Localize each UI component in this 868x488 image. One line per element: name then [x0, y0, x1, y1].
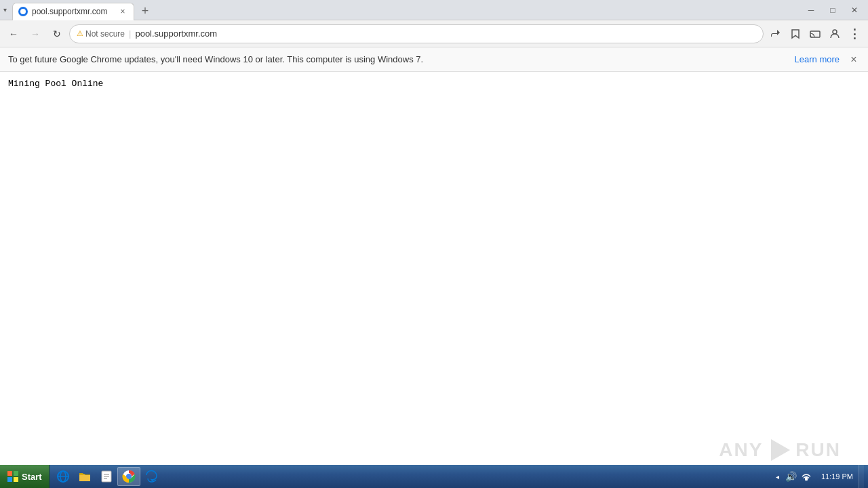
svg-point-1: [833, 30, 837, 34]
profile-button[interactable]: [825, 24, 844, 43]
tab-close-button[interactable]: ×: [117, 6, 128, 17]
active-tab[interactable]: pool.supportxmr.com ×: [12, 3, 134, 20]
notification-arrow[interactable]: ◂: [774, 473, 781, 481]
svg-rect-16: [805, 477, 808, 481]
minimize-button[interactable]: ─: [800, 3, 822, 17]
watermark-text-any: ANY: [719, 439, 763, 461]
new-tab-button[interactable]: +: [136, 3, 155, 20]
taskbar-left: Start: [0, 465, 162, 488]
show-desktop-button[interactable]: [859, 465, 864, 488]
forward-button[interactable]: →: [26, 24, 45, 43]
address-divider: |: [129, 28, 131, 39]
svg-rect-0: [810, 31, 820, 37]
taskbar-item-ie[interactable]: [52, 467, 74, 486]
close-button[interactable]: ✕: [844, 3, 865, 17]
maximize-button[interactable]: □: [822, 3, 844, 17]
security-indicator: ⚠ Not secure: [77, 29, 125, 39]
info-bar-message: To get future Google Chrome updates, you…: [8, 54, 795, 64]
network-icon-svg: [801, 472, 812, 481]
nav-action-buttons: ⋮: [766, 24, 864, 43]
taskbar-item-explorer[interactable]: [74, 467, 96, 486]
tab-dropdown[interactable]: ▾: [0, 0, 9, 20]
info-bar: To get future Google Chrome updates, you…: [0, 47, 868, 72]
bookmark-button[interactable]: [786, 24, 805, 43]
profile-icon: [829, 28, 840, 39]
tab-favicon: [18, 7, 28, 16]
folder-icon: [78, 470, 92, 483]
windows-logo-icon: [7, 471, 18, 482]
watermark-play-icon: [766, 436, 793, 464]
cast-icon: [810, 28, 821, 39]
taskbar-item-notepad[interactable]: [96, 467, 117, 486]
browser-content: Mining Pool Online: [0, 72, 868, 465]
back-button[interactable]: ←: [4, 24, 23, 43]
svg-marker-2: [771, 439, 790, 461]
tab-title: pool.supportxmr.com: [32, 7, 115, 16]
watermark-text-run: RUN: [795, 439, 841, 461]
system-tray: ◂ 🔊: [770, 465, 816, 488]
start-button[interactable]: Start: [0, 465, 50, 488]
favicon-inner: [20, 9, 26, 14]
ie-icon: [56, 470, 70, 483]
system-clock[interactable]: 11:19 PM: [817, 472, 857, 481]
network-icon[interactable]: [801, 472, 812, 481]
watermark: ANY RUN: [719, 436, 841, 464]
taskbar-items: [50, 465, 162, 488]
taskbar-item-chrome[interactable]: [117, 467, 140, 486]
tab-strip: ▾ pool.supportxmr.com × +: [0, 0, 800, 20]
share-button[interactable]: [766, 24, 785, 43]
address-bar[interactable]: ⚠ Not secure | pool.supportxmr.com: [69, 24, 764, 43]
title-bar: ▾ pool.supportxmr.com × + ─ □ ✕: [0, 0, 868, 20]
svg-rect-5: [7, 477, 12, 482]
info-bar-close-button[interactable]: ×: [848, 54, 860, 66]
tabcast-button[interactable]: [806, 24, 825, 43]
url-text: pool.supportxmr.com: [135, 28, 756, 39]
taskbar-right: ◂ 🔊 11:19 PM: [766, 465, 868, 488]
learn-more-link[interactable]: Learn more: [795, 54, 840, 64]
notepad-icon: [100, 470, 113, 483]
tab-list: pool.supportxmr.com × +: [9, 0, 155, 20]
share-icon: [770, 28, 781, 39]
start-label: Start: [22, 472, 42, 482]
menu-button[interactable]: ⋮: [845, 24, 864, 43]
page-text: Mining Pool Online: [8, 79, 103, 89]
navigation-bar: ← → ↻ ⚠ Not secure | pool.supportxmr.com…: [0, 20, 868, 47]
svg-rect-4: [14, 471, 18, 476]
svg-rect-6: [14, 477, 18, 482]
warning-icon: ⚠: [77, 29, 83, 38]
bookmark-icon: [790, 28, 801, 39]
security-label: Not secure: [85, 29, 125, 39]
speaker-icon[interactable]: 🔊: [785, 471, 797, 482]
reload-button[interactable]: ↻: [47, 24, 66, 43]
window-controls: ─ □ ✕: [800, 3, 868, 17]
start-icon: [7, 470, 19, 483]
edge-icon: [144, 470, 158, 483]
taskbar: Start: [0, 465, 868, 488]
taskbar-item-edge[interactable]: [140, 467, 162, 486]
chrome-icon: [122, 470, 136, 483]
page-content: Mining Pool Online: [0, 72, 868, 465]
svg-rect-3: [7, 471, 12, 476]
